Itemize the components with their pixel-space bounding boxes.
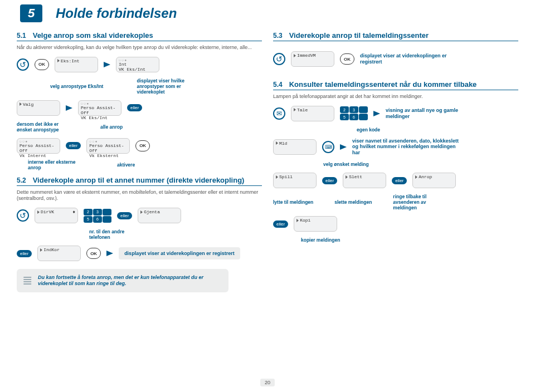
arrow-icon	[340, 144, 347, 150]
label-lytte: lytte til meldingen	[273, 199, 313, 205]
page-number: 20	[260, 379, 275, 386]
section-title: Konsulter talemeldingssenteret når du ko…	[289, 80, 477, 89]
arrow-icon	[373, 111, 380, 116]
result-text: visning av antall nye og gamle meldinger	[386, 107, 475, 120]
display-slett: Slett	[343, 173, 386, 188]
display-indkor: IndKor	[37, 246, 81, 261]
left-column: 5.1 Velge anrop som skal viderekoples Nå…	[17, 31, 262, 292]
keypad-icon: 23 56	[84, 209, 111, 223]
display-mld: Mld	[273, 139, 317, 155]
label-int-ext: interne eller eksterne anrop	[28, 159, 84, 170]
display-text: Valg	[23, 102, 33, 107]
section-5-3-header: 5.3 Viderekople anrop til talemeldingsse…	[273, 31, 518, 41]
display-text: Perso Assist-Off	[81, 105, 119, 115]
arrow-icon	[106, 251, 113, 256]
display-text: Perso Assist-Off	[20, 143, 57, 153]
display-text: Gjenta	[144, 209, 160, 214]
display-text: Vk Eksternt	[89, 153, 127, 158]
refresh-icon	[17, 58, 29, 71]
display-text: Tale	[297, 107, 308, 112]
display-text: IndKor	[43, 247, 60, 252]
section-title: Viderekople anrop til talemeldingssenter	[289, 31, 429, 40]
display-perso1: ○ ○ ● Perso Assist-Off VK Eks/Int	[78, 100, 121, 116]
section-title: Velge anrop som skal viderekoples	[33, 31, 153, 40]
eller-pill: eller	[392, 177, 407, 184]
display-kopi: Kopi	[294, 216, 337, 232]
eller-pill: eller	[273, 220, 288, 228]
display-gjenta: Gjenta	[138, 208, 181, 223]
display-immedvm: ImmedVM	[291, 51, 334, 67]
section-5-2-header: 5.2 Viderekople anrop til et annet numme…	[17, 176, 262, 186]
right-column: 5.3 Viderekople anrop til talemeldingsse…	[273, 31, 518, 292]
section-number: 5.4	[273, 81, 283, 89]
display-eksint: Eks:Int	[55, 57, 98, 72]
display-text: Spill	[279, 174, 293, 179]
display-text: VK Eks/Int	[81, 115, 119, 120]
section-number: 5.3	[273, 32, 283, 40]
section-5-4-intro: Lampen på telefonapparatet angir at det …	[273, 94, 518, 100]
display-int-vk: ○ ○ ● Int VK Eks/Int	[116, 57, 159, 72]
display-tale: Tale	[291, 106, 334, 121]
label-egen-kode: egen kode	[357, 127, 380, 133]
note-icon: ≣	[22, 273, 32, 288]
display-anrop: Anrop	[412, 173, 456, 188]
result-text: displayet viser at viderekoplingen er re…	[360, 53, 449, 65]
label-kopier: kopier meldingen	[301, 237, 340, 243]
chapter-header: 5 Holde forbindelsen	[0, 0, 535, 31]
eller-pill: eller	[17, 250, 32, 257]
label-ringe: ringe tilbake til avsenderen av meldinge…	[393, 194, 449, 210]
footer-text: Du kan fortsette å foreta anrop, men det…	[38, 275, 223, 287]
display-text: Int	[119, 62, 157, 67]
ok-button[interactable]: OK	[35, 59, 49, 70]
section-5-1-header: 5.1 Velge anrop som skal viderekoples	[17, 31, 262, 41]
section-5-1-intro: Når du aktiverer viderekopling, kan du v…	[17, 45, 262, 51]
label-alle-anrop: alle anrop	[100, 124, 123, 130]
display-text: Anrop	[419, 174, 432, 179]
chapter-number: 5	[20, 4, 42, 22]
mail-icon	[273, 107, 285, 120]
section-number: 5.2	[17, 177, 26, 184]
section-title: Viderekople anrop til et annet nummer (d…	[33, 176, 245, 184]
eller-pill: eller	[127, 104, 142, 111]
keypad-icon: 23 56	[340, 106, 368, 120]
display-text: Slett	[349, 174, 362, 179]
display-text: VK Eks/Int	[119, 67, 157, 72]
arrow-icon	[66, 105, 72, 111]
label-aktivere: aktivere	[117, 162, 135, 168]
eller-pill: eller	[66, 142, 81, 149]
label-displayinfo: displayet viser hvilke anropstyper som e…	[137, 78, 192, 95]
label-ikke-onsket: dersom det ikke er ønsket anropstype	[17, 121, 67, 133]
display-text: DirVK	[41, 209, 54, 214]
display-text: Perso Assist-Off	[89, 143, 127, 153]
section-number: 5.1	[17, 32, 26, 40]
section-5-2-intro: Dette nummeret kan være et eksternt numm…	[17, 189, 262, 202]
display-dirvk: DirVK♦	[35, 208, 78, 223]
display-spill: Spill	[273, 173, 317, 188]
result-text: viser navnet til avsenderen, dato, klokk…	[352, 138, 464, 156]
label-anropstype: velg anropstype Eks/Int	[50, 84, 103, 89]
ok-button[interactable]: OK	[340, 53, 354, 65]
footer-note: ≣ Du kan fortsette å foreta anrop, men d…	[17, 269, 228, 292]
result-box: displayet viser at viderekoplingen er re…	[119, 247, 240, 260]
eller-pill: eller	[117, 212, 132, 219]
chapter-title: Holde forbindelsen	[56, 6, 177, 21]
eller-pill: eller	[322, 177, 337, 184]
display-internt: ○ ○ ● Perso Assist-Off Vk Internt	[17, 138, 60, 154]
refresh-icon	[273, 53, 285, 65]
display-text: ImmedVM	[297, 53, 316, 58]
ok-button[interactable]: OK	[135, 140, 150, 151]
section-5-4-header: 5.4 Konsulter talemeldingssenteret når d…	[273, 80, 518, 90]
display-eksternt: ○ ○ ● Perso Assist-Off Vk Eksternt	[86, 138, 130, 154]
refresh-icon	[17, 209, 29, 222]
ok-button[interactable]: OK	[86, 248, 101, 259]
arrow-icon	[104, 62, 110, 67]
label-slette: slette meldingen	[334, 199, 372, 205]
navigator-icon	[322, 141, 334, 153]
display-text: Kopi	[300, 218, 310, 223]
display-text: Eks:Int	[61, 58, 80, 63]
display-text: Mld	[279, 141, 287, 146]
display-valg: Valg	[17, 100, 60, 116]
display-text: Vk Internt	[20, 153, 57, 158]
label-velg-melding: velg ønsket melding	[323, 161, 369, 167]
label-nr-andre: nr. til den andre telefonen	[89, 229, 145, 240]
